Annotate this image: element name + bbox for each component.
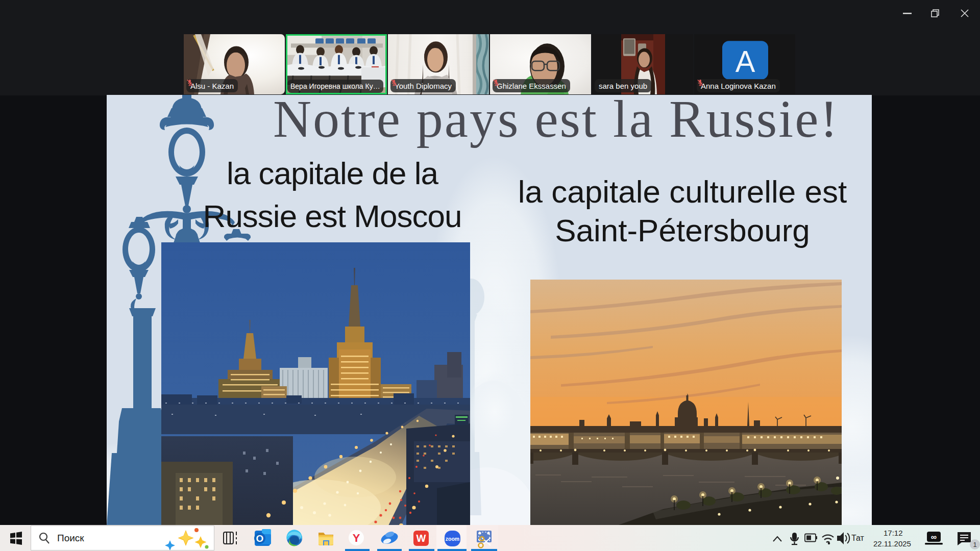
svg-text:zoom: zoom <box>446 536 459 542</box>
svg-text:A: A <box>736 45 755 79</box>
svg-text:∞: ∞ <box>931 533 937 541</box>
svg-text:O: O <box>256 533 264 544</box>
svg-text:W: W <box>416 533 426 544</box>
svg-text:1: 1 <box>973 541 976 548</box>
svg-text:Y: Y <box>353 532 360 544</box>
